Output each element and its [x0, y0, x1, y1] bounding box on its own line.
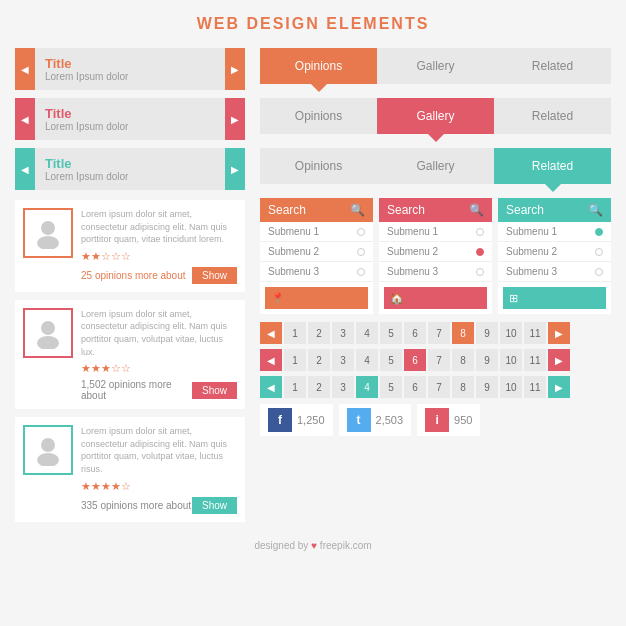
nav-tabs-row-1: Opinions Gallery Related: [260, 48, 611, 84]
page-8-3[interactable]: 8: [452, 376, 474, 398]
tab-gallery-3[interactable]: Gallery: [377, 148, 494, 184]
slider-next-red[interactable]: ▶: [225, 98, 245, 140]
page-5-2[interactable]: 5: [380, 349, 402, 371]
show-btn-2[interactable]: Show: [192, 382, 237, 399]
svg-point-0: [41, 221, 55, 235]
page-2-2[interactable]: 2: [308, 349, 330, 371]
stars-3: ★★★★☆: [81, 480, 237, 493]
page-next-1[interactable]: ▶: [548, 322, 570, 344]
page-next-2[interactable]: ▶: [548, 349, 570, 371]
page-3-3[interactable]: 3: [332, 376, 354, 398]
tab-opinions-1[interactable]: Opinions: [260, 48, 377, 84]
page-4-1[interactable]: 4: [356, 322, 378, 344]
search-input-red[interactable]: 🏠: [384, 287, 487, 309]
slider-orange: ◀ Title Lorem Ipsum dolor ▶: [15, 48, 245, 90]
opinion-card-3: Lorem ipsum dolor sit amet, consectetur …: [15, 417, 245, 521]
dot-1-teal: [595, 228, 603, 236]
dot-3-red: [476, 268, 484, 276]
page-6-3[interactable]: 6: [404, 376, 426, 398]
search-box-teal: Search 🔍 Submenu 1 Submenu 2 Submenu 3: [498, 198, 611, 314]
slider-prev-red[interactable]: ◀: [15, 98, 35, 140]
submenu-3-orange: Submenu 3: [260, 262, 373, 282]
page-2-1[interactable]: 2: [308, 322, 330, 344]
dot-1-orange: [357, 228, 365, 236]
dot-2-teal: [595, 248, 603, 256]
opinion-card-1: Lorem ipsum dolor sit amet, consectetur …: [15, 200, 245, 292]
tab-opinions-2[interactable]: Opinions: [260, 98, 377, 134]
page-3-1[interactable]: 3: [332, 322, 354, 344]
pagination-row-1: ◀ 1 2 3 4 5 6 7 8 9 10 11 ▶: [260, 322, 611, 344]
page-4-3[interactable]: 4: [356, 376, 378, 398]
page-10-1[interactable]: 10: [500, 322, 522, 344]
page-9-3[interactable]: 9: [476, 376, 498, 398]
slider-next-orange[interactable]: ▶: [225, 48, 245, 90]
stars-2: ★★★☆☆: [81, 362, 237, 375]
page-9-2[interactable]: 9: [476, 349, 498, 371]
heart-icon: ♥: [311, 540, 317, 551]
page-prev-3[interactable]: ◀: [260, 376, 282, 398]
slider-title-red: Title: [45, 106, 215, 121]
page-1-3[interactable]: 1: [284, 376, 306, 398]
social-instagram[interactable]: i 950: [417, 404, 480, 436]
social-twitter[interactable]: t 2,503: [339, 404, 412, 436]
dot-3-orange: [357, 268, 365, 276]
submenu-1-orange: Submenu 1: [260, 222, 373, 242]
submenu-1-teal: Submenu 1: [498, 222, 611, 242]
page-next-3[interactable]: ▶: [548, 376, 570, 398]
avatar-red: [23, 308, 73, 358]
social-facebook[interactable]: f 1,250: [260, 404, 333, 436]
search-label-red: Search: [387, 203, 425, 217]
stars-1: ★★☆☆☆: [81, 250, 237, 263]
nav-tabs-row-3: Opinions Gallery Related: [260, 148, 611, 184]
page-6-1[interactable]: 6: [404, 322, 426, 344]
tab-related-2[interactable]: Related: [494, 98, 611, 134]
tab-related-1[interactable]: Related: [494, 48, 611, 84]
opinion-card-2: Lorem ipsum dolor sit amet, consectetur …: [15, 300, 245, 409]
slider-teal: ◀ Title Lorem Ipsum dolor ▶: [15, 148, 245, 190]
page-prev-2[interactable]: ◀: [260, 349, 282, 371]
page-11-2[interactable]: 11: [524, 349, 546, 371]
facebook-icon: f: [268, 408, 292, 432]
show-btn-1[interactable]: Show: [192, 267, 237, 284]
page-7-2[interactable]: 7: [428, 349, 450, 371]
tab-gallery-1[interactable]: Gallery: [377, 48, 494, 84]
page-10-2[interactable]: 10: [500, 349, 522, 371]
page-7-3[interactable]: 7: [428, 376, 450, 398]
page-1-2[interactable]: 1: [284, 349, 306, 371]
page-11-1[interactable]: 11: [524, 322, 546, 344]
home-icon-red: 🏠: [390, 292, 404, 305]
search-icon-red: 🔍: [469, 203, 484, 217]
search-header-teal: Search 🔍: [498, 198, 611, 222]
page-8-1[interactable]: 8: [452, 322, 474, 344]
slider-prev-teal[interactable]: ◀: [15, 148, 35, 190]
tab-opinions-3[interactable]: Opinions: [260, 148, 377, 184]
tab-related-3[interactable]: Related: [494, 148, 611, 184]
slider-sub-red: Lorem Ipsum dolor: [45, 121, 215, 132]
page-5-1[interactable]: 5: [380, 322, 402, 344]
page-1-1[interactable]: 1: [284, 322, 306, 344]
page-10-3[interactable]: 10: [500, 376, 522, 398]
page-5-3[interactable]: 5: [380, 376, 402, 398]
page-4-2[interactable]: 4: [356, 349, 378, 371]
search-boxes-row: Search 🔍 Submenu 1 Submenu 2 Submenu 3: [260, 198, 611, 314]
page-9-1[interactable]: 9: [476, 322, 498, 344]
slider-sub-orange: Lorem Ipsum dolor: [45, 71, 215, 82]
left-column: ◀ Title Lorem Ipsum dolor ▶ ◀ Title Lore…: [15, 48, 245, 530]
show-btn-3[interactable]: Show: [192, 497, 237, 514]
search-box-orange: Search 🔍 Submenu 1 Submenu 2 Submenu 3: [260, 198, 373, 314]
svg-point-2: [41, 321, 55, 335]
page-11-3[interactable]: 11: [524, 376, 546, 398]
slider-next-teal[interactable]: ▶: [225, 148, 245, 190]
page-7-1[interactable]: 7: [428, 322, 450, 344]
slider-prev-orange[interactable]: ◀: [15, 48, 35, 90]
page-8-2[interactable]: 8: [452, 349, 474, 371]
search-input-orange[interactable]: 📍: [265, 287, 368, 309]
tab-gallery-2[interactable]: Gallery: [377, 98, 494, 134]
page-6-2[interactable]: 6: [404, 349, 426, 371]
search-input-teal[interactable]: ⊞: [503, 287, 606, 309]
page-prev-1[interactable]: ◀: [260, 322, 282, 344]
search-header-orange: Search 🔍: [260, 198, 373, 222]
page-3-2[interactable]: 3: [332, 349, 354, 371]
opinion-text-2: Lorem ipsum dolor sit amet, consectetur …: [81, 308, 237, 358]
page-2-3[interactable]: 2: [308, 376, 330, 398]
